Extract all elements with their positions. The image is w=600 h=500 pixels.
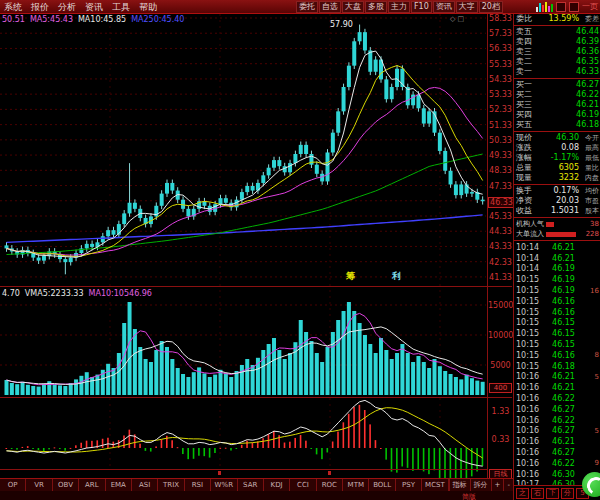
- level-price: 46.33: [542, 67, 599, 77]
- panel-tab-分[interactable]: 分: [561, 488, 574, 499]
- window-box-icon[interactable]: [556, 2, 566, 12]
- price-axis-label: 54.33: [488, 75, 513, 84]
- sentiment-row: 大单流入228: [514, 229, 600, 239]
- macd-axis-label: 0.33: [488, 435, 513, 444]
- panel-tab-右[interactable]: 右: [531, 488, 544, 499]
- tick-price: 46.19: [542, 275, 585, 284]
- tick-row: 10:1546.18: [514, 361, 600, 372]
- tick-price: 46.21: [542, 437, 585, 446]
- menu-报价[interactable]: 报价: [31, 1, 49, 13]
- buy-level-row[interactable]: 买二46.22: [514, 90, 600, 100]
- sentiment-label: 大单流入: [516, 229, 544, 239]
- compact-mode-button[interactable]: 简版: [462, 492, 476, 500]
- toolbar-button-自选[interactable]: 自选: [319, 1, 341, 13]
- menu-工具[interactable]: 工具: [112, 1, 130, 13]
- sell-level-row[interactable]: 卖五46.44: [514, 27, 600, 37]
- divider: [514, 131, 600, 132]
- toolbar-button-多股[interactable]: 多股: [365, 1, 387, 13]
- window-box-icon[interactable]: [569, 2, 579, 12]
- level-price: 46.35: [542, 57, 599, 67]
- menu-帮助[interactable]: 帮助: [139, 1, 157, 13]
- tick-row: 10:1646.275: [514, 426, 600, 437]
- tick-time: 10:16: [516, 416, 542, 425]
- status-row: 简版: [0, 491, 513, 500]
- level-price: 46.27: [542, 80, 599, 90]
- panel-tab-之[interactable]: 之: [516, 488, 529, 499]
- price-axis-label: 47.33: [488, 182, 513, 191]
- tick-row: 10:1546.15: [514, 339, 600, 350]
- tick-row: 10:1646.27: [514, 447, 600, 458]
- tick-row: 10:1546.16: [514, 307, 600, 318]
- buy-level-row[interactable]: 买四46.19: [514, 110, 600, 120]
- sell-level-row[interactable]: 卖四46.39: [514, 37, 600, 47]
- price-axis-label: 48.33: [488, 166, 513, 175]
- chart-corner-icons[interactable]: ◇ □: [450, 15, 464, 23]
- info-value: 46.30: [542, 133, 579, 143]
- weicha-label: 委差: [579, 14, 599, 24]
- menu-资讯[interactable]: 资讯: [85, 1, 103, 13]
- toolbar-button-资讯[interactable]: 资讯: [433, 1, 455, 13]
- toolbar-button-主力[interactable]: 主力: [388, 1, 410, 13]
- level-label: 买二: [516, 90, 542, 100]
- info-right-label: 内盘: [579, 173, 599, 183]
- price-axis-label: 41.33: [488, 273, 513, 282]
- tick-time: 10:15: [516, 318, 542, 327]
- buy-level-row[interactable]: 买三46.21: [514, 100, 600, 110]
- app-window: 系统报价分析资讯工具帮助 委托自选大盘多股主力F10资讯大字20档 一页 50.…: [0, 0, 600, 500]
- price-axis-label: 52.33: [488, 105, 513, 114]
- price-axis-label: 43.33: [488, 242, 513, 251]
- tick-time: 10:16: [516, 372, 542, 381]
- tick-time: 10:16: [516, 437, 542, 446]
- info-row: 现价46.30今开: [514, 133, 600, 143]
- price-peak-label: 57.90: [330, 20, 353, 29]
- quote-info: 现价46.30今开涨跌0.08最高涨幅-1.17%最低总量6305量比现量323…: [514, 133, 600, 183]
- tick-row: 10:1646.229: [514, 458, 600, 469]
- weibi-value: 13.59%: [542, 14, 579, 24]
- sell-level-row[interactable]: 卖二46.35: [514, 57, 600, 67]
- menu-分析[interactable]: 分析: [58, 1, 76, 13]
- toolbar-button-大字[interactable]: 大字: [456, 1, 478, 13]
- next-page-button[interactable]: 一页: [582, 1, 598, 12]
- misc-label: 换手: [516, 186, 542, 196]
- sell-level-row[interactable]: 卖一46.33: [514, 67, 600, 77]
- tick-time: 10:14: [516, 243, 542, 252]
- misc-value: 20.03: [542, 196, 579, 206]
- tick-price: 46.22: [542, 416, 585, 425]
- buy-level-row[interactable]: 买五46.18: [514, 120, 600, 130]
- quote-panel: 委比 13.59% 委差 卖五46.44卖四46.39卖三46.36卖二46.3…: [513, 13, 600, 500]
- tick-time: 10:16: [516, 470, 542, 479]
- info-row: 涨幅-1.17%最低: [514, 153, 600, 163]
- tick-price: 46.16: [542, 308, 585, 317]
- misc-right-label: 均价: [579, 186, 599, 196]
- tick-time: 10:16: [516, 448, 542, 457]
- info-right-label: 今开: [579, 133, 599, 143]
- level-label: 买四: [516, 110, 542, 120]
- toolbar-button-大盘[interactable]: 大盘: [342, 1, 364, 13]
- toolbar-button-20档[interactable]: 20档: [479, 1, 503, 13]
- price-axis-label: 53.33: [488, 90, 513, 99]
- toolbar-button-委托[interactable]: 委托: [296, 1, 318, 13]
- misc-right-label: 股本: [579, 206, 599, 216]
- buy-level-row[interactable]: 买一46.27: [514, 80, 600, 90]
- panel-tab-下[interactable]: 下: [546, 488, 559, 499]
- messenger-icon[interactable]: [582, 472, 600, 497]
- tick-row: 10:1646.22: [514, 393, 600, 404]
- legend-item: MA5:45.43: [30, 15, 73, 24]
- info-label: 现量: [516, 173, 542, 183]
- tick-time: 10:16: [516, 426, 542, 435]
- tick-time: 10:16: [516, 394, 542, 403]
- tick-time: 10:15: [516, 329, 542, 338]
- misc-row: 收益1.5031股本: [514, 206, 600, 216]
- info-right-label: 最高: [579, 143, 599, 153]
- sell-level-row[interactable]: 卖三46.36: [514, 47, 600, 57]
- tick-time: 10:15: [516, 351, 542, 360]
- misc-row: 净资20.03市盈: [514, 196, 600, 206]
- sentiment-label: 机构人气: [516, 219, 544, 229]
- menu-系统[interactable]: 系统: [4, 1, 22, 13]
- price-axis-label: 56.33: [488, 44, 513, 53]
- toolbar-button-F10[interactable]: F10: [411, 1, 432, 13]
- chart-marker: 筹: [346, 270, 355, 283]
- level-label: 卖二: [516, 57, 542, 67]
- price-axis-label: 45.33: [488, 212, 513, 221]
- tick-time: 10:15: [516, 362, 542, 371]
